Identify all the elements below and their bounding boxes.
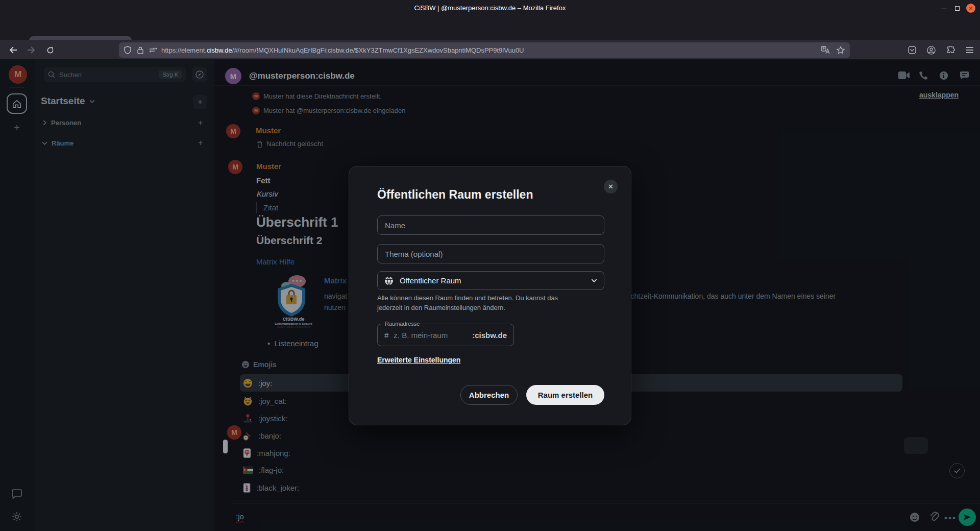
autocomplete-item[interactable]: :joy_cat: (243, 396, 287, 406)
room-address-field[interactable]: Raumadresse # z. B. mein-raum :cisbw.de (377, 324, 514, 346)
autocomplete-item[interactable]: :joy: (243, 378, 273, 388)
add-space-button[interactable]: + (12, 123, 22, 133)
bookmark-star-icon[interactable] (837, 46, 845, 54)
matrix-help-link[interactable]: Matrix Hilfe (256, 257, 295, 266)
message-sender[interactable]: Muster (256, 162, 281, 171)
add-person-button[interactable]: + (198, 119, 203, 127)
room-name-input[interactable] (377, 215, 604, 235)
home-icon (12, 100, 21, 108)
video-call-icon[interactable] (898, 71, 910, 79)
header-divider (214, 85, 980, 86)
user-avatar[interactable]: M (9, 65, 27, 84)
send-button[interactable] (959, 509, 976, 526)
cancel-button[interactable]: Abbrechen (460, 385, 518, 405)
joystick-emoji-icon (243, 414, 253, 423)
translate-icon[interactable] (821, 46, 830, 54)
dialog-title: Öffentlichen Raum erstellen (377, 188, 533, 202)
message-sender[interactable]: Muster (256, 126, 281, 135)
chevron-down-icon (89, 100, 95, 103)
threads-icon[interactable] (960, 71, 969, 80)
autocomplete-header: Emojis (241, 360, 277, 369)
maximize-button[interactable] (952, 4, 962, 13)
room-topic-input[interactable] (377, 244, 604, 263)
forward-icon[interactable] (24, 43, 38, 57)
system-event: Muster hat @musterperson:cisbw.de eingel… (263, 107, 405, 114)
home-space-button[interactable] (7, 93, 27, 114)
room-visibility-select[interactable]: Öffentlicher Raum (377, 271, 604, 290)
cisbw-logo: CiSBW.de Communication is Secure Made in… (271, 275, 316, 329)
reload-icon[interactable] (43, 43, 57, 57)
sidebar-section-people[interactable]: Personen (43, 119, 81, 127)
section-label: Personen (51, 119, 81, 127)
space-name: Startseite (41, 95, 85, 107)
room-avatar[interactable]: M (225, 68, 241, 84)
address-suffix: :cisbw.de (472, 331, 507, 340)
logo-title: CiSBW.de (283, 317, 305, 322)
list-item-text: Listeneintrag (275, 339, 318, 348)
quote-message: Zitat (263, 203, 278, 212)
composer-caret-bar (223, 440, 228, 453)
save-to-pocket-icon[interactable] (905, 43, 919, 57)
autocomplete-item[interactable]: :flag-jo: (243, 466, 284, 474)
dialog-close-icon[interactable]: ✕ (604, 180, 618, 194)
search-bar[interactable]: Suchen Strg K (44, 67, 186, 82)
svg-text:J: J (244, 484, 246, 486)
preview-title-link[interactable]: Matrix (324, 276, 347, 285)
room-info-icon[interactable] (939, 71, 948, 80)
tracking-shield-icon[interactable] (124, 46, 131, 54)
search-placeholder: Suchen (59, 71, 159, 79)
minimize-button[interactable]: — (939, 4, 948, 13)
back-icon[interactable] (6, 43, 20, 57)
heading2-message: Überschrift 2 (256, 234, 323, 247)
preview-description-right: für Echtzeit-Kommunikation, das auch unt… (616, 292, 836, 300)
section-label: Räume (52, 139, 74, 147)
lock-icon[interactable] (137, 46, 143, 54)
extensions-icon[interactable] (943, 43, 958, 57)
screen: CiSBW | @musterperson:cisbw.de – Mozilla… (0, 0, 980, 531)
url-bar[interactable]: https://element.cisbw.de/#/room/!MQXHuIN… (119, 42, 850, 58)
emoji-label: :joystick: (258, 414, 288, 423)
add-room-plus-button[interactable]: + (198, 139, 203, 147)
permissions-icon[interactable] (149, 47, 157, 53)
chevron-down-icon (42, 141, 47, 145)
banjo-emoji-icon (243, 431, 253, 441)
sidebar-section-rooms[interactable]: Räume (42, 139, 74, 147)
explore-rooms-button[interactable] (192, 67, 207, 82)
rail-divider (10, 87, 24, 88)
visibility-value: Öffentlicher Raum (400, 276, 461, 285)
autocomplete-item[interactable]: :banjo: (243, 431, 281, 441)
attachment-paperclip-icon[interactable] (929, 511, 939, 522)
search-icon (48, 71, 55, 78)
settings-gear-icon[interactable] (11, 511, 22, 522)
url-text[interactable]: https://element.cisbw.de/#/room/!MQXHuIN… (161, 46, 821, 54)
url-prefix: https://element. (161, 46, 207, 54)
flag-jo-emoji-icon (243, 466, 253, 474)
autocomplete-item[interactable]: J :black_joker: (243, 483, 299, 493)
threads-bubble-icon[interactable] (11, 489, 22, 499)
add-room-button[interactable]: + (193, 95, 207, 109)
emoji-picker-icon[interactable] (910, 512, 920, 522)
create-room-button[interactable]: Raum erstellen (526, 385, 604, 405)
menu-hamburger-icon[interactable] (963, 43, 977, 57)
more-options-icon[interactable]: ••• (944, 513, 957, 523)
autocomplete-item[interactable]: :mahjong: (243, 448, 290, 458)
expand-link[interactable]: ausklappen (919, 91, 959, 99)
joy-emoji-icon (243, 378, 253, 388)
message-avatar[interactable]: M (226, 124, 240, 138)
address-label: Raumadresse (383, 321, 422, 327)
address-prefix: # (384, 331, 388, 340)
autocomplete-item[interactable]: :joystick: (243, 414, 288, 423)
voice-call-icon[interactable] (919, 71, 928, 80)
message-avatar[interactable]: M (228, 160, 242, 174)
close-button[interactable]: ✕ (966, 4, 975, 13)
space-header[interactable]: Startseite (41, 95, 95, 107)
advanced-settings-link[interactable]: Erweiterte Einstellungen (377, 356, 460, 364)
globe-icon (384, 276, 394, 285)
mahjong-emoji-icon (243, 448, 251, 458)
search-shortcut-badge: Strg K (159, 70, 182, 79)
room-name[interactable]: @musterperson:cisbw.de (249, 71, 355, 81)
composer-input[interactable]: :jo (236, 512, 244, 521)
account-icon[interactable] (924, 43, 938, 57)
quote-border (256, 202, 257, 213)
emoji-label: :flag-jo: (259, 466, 284, 474)
